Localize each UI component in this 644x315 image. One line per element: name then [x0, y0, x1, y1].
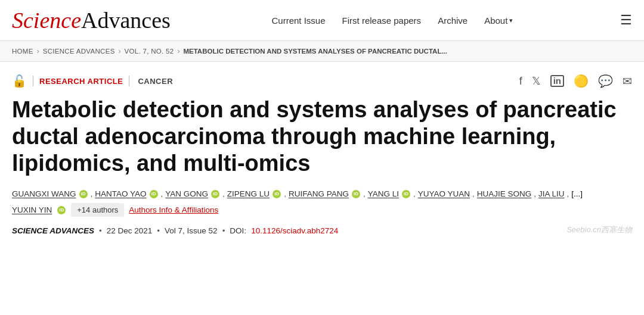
breadcrumb-volume[interactable]: VOL. 7, NO. 52	[125, 48, 174, 55]
site-logo[interactable]: Science Advances	[12, 7, 171, 33]
pub-volume-issue: Vol 7, Issue 52	[165, 226, 218, 235]
author-guangxi-wang[interactable]: GUANGXI WANG	[12, 189, 76, 198]
author-yuyao-yuan[interactable]: YUYAO YUAN	[418, 189, 470, 198]
breadcrumb-sep-3: ›	[177, 47, 179, 55]
divider	[33, 76, 33, 86]
nav-archive[interactable]: Archive	[438, 15, 467, 26]
article-category: CANCER	[138, 77, 173, 86]
wechat-icon[interactable]: 💬	[598, 74, 613, 88]
logo-advances-text: Advances	[81, 7, 171, 33]
pub-dot-3: •	[222, 226, 225, 235]
author-yan-gong[interactable]: YAN GONG	[165, 189, 208, 198]
pub-dot-2: •	[157, 226, 160, 235]
more-authors-button[interactable]: +14 authors	[71, 203, 124, 217]
pub-journal: SCIENCE ADVANCES	[12, 226, 94, 235]
author-zipeng-lu[interactable]: ZIPENG LU	[227, 189, 270, 198]
nav-about[interactable]: About ▾	[484, 15, 513, 26]
breadcrumb-journal[interactable]: SCIENCE ADVANCES	[43, 48, 115, 55]
article-meta-left: 🔓 RESEARCH ARTICLE CANCER	[12, 74, 173, 88]
main-nav: Current Issue First release papers Archi…	[272, 15, 513, 26]
breadcrumb-sep-1: ›	[37, 47, 39, 55]
orcid-icon-4[interactable]: iD	[273, 190, 281, 198]
linkedin-icon[interactable]: in	[550, 75, 564, 87]
logo-science-text: Science	[12, 7, 81, 33]
pub-doi-link[interactable]: 10.1126/sciadv.abh2724	[251, 226, 338, 235]
divider2	[129, 76, 129, 86]
article-type: RESEARCH ARTICLE	[39, 77, 123, 86]
orcid-icon-5[interactable]: iD	[352, 190, 360, 198]
breadcrumb-home[interactable]: HOME	[12, 48, 33, 55]
site-header: Science Advances Current Issue First rel…	[0, 0, 644, 41]
authors-ellipsis: [...]	[571, 189, 583, 198]
nav-current-issue[interactable]: Current Issue	[272, 15, 326, 26]
orcid-icon-2[interactable]: iD	[150, 190, 158, 198]
publication-info: SCIENCE ADVANCES • 22 Dec 2021 • Vol 7, …	[12, 226, 632, 235]
chevron-down-icon: ▾	[509, 17, 513, 24]
authors-line-1: GUANGXI WANG iD , HANTAO YAO iD , YAN GO…	[12, 189, 632, 198]
breadcrumb: HOME › SCIENCE ADVANCES › VOL. 7, NO. 52…	[0, 41, 644, 62]
orcid-icon-3[interactable]: iD	[211, 190, 219, 198]
social-icons-bar: f 𝕏 in 🟡 💬 ✉	[519, 74, 632, 88]
facebook-icon[interactable]: f	[519, 75, 522, 88]
author-huajie-song[interactable]: HUAJIE SONG	[477, 189, 532, 198]
header-right: ☰	[614, 13, 632, 28]
pub-dot-1: •	[99, 226, 102, 235]
authors-line-2: YUXIN YIN iD +14 authors Authors Info & …	[12, 203, 632, 217]
author-ruifang-pang[interactable]: RUIFANG PANG	[289, 189, 349, 198]
twitter-icon[interactable]: 𝕏	[532, 74, 541, 88]
article-meta-top: 🔓 RESEARCH ARTICLE CANCER f 𝕏 in 🟡 💬 ✉	[12, 74, 632, 88]
nav-first-release[interactable]: First release papers	[342, 15, 422, 26]
author-yuxin-yin[interactable]: YUXIN YIN	[12, 205, 52, 214]
article-content: 🔓 RESEARCH ARTICLE CANCER f 𝕏 in 🟡 💬 ✉ M…	[0, 62, 644, 241]
author-jia-liu[interactable]: JIA LIU	[538, 189, 565, 198]
pub-date: 22 Dec 2021	[107, 226, 153, 235]
breadcrumb-sep-2: ›	[119, 47, 121, 55]
open-access-icon[interactable]: 🔓	[12, 74, 27, 88]
breadcrumb-current-title: METABOLIC DETECTION AND SYSTEMS ANALYSES…	[183, 48, 447, 55]
reddit-icon[interactable]: 🟡	[574, 74, 589, 88]
pub-doi-label: DOI:	[230, 226, 246, 235]
orcid-icon-1[interactable]: iD	[79, 190, 88, 198]
article-title: Metabolic detection and systems analyses…	[12, 96, 632, 176]
author-yang-li[interactable]: YANG LI	[368, 189, 399, 198]
orcid-icon-6[interactable]: iD	[402, 190, 410, 198]
email-icon[interactable]: ✉	[623, 74, 632, 88]
hamburger-icon[interactable]: ☰	[620, 13, 632, 28]
author-hantao-yao[interactable]: HANTAO YAO	[95, 189, 146, 198]
orcid-icon-7[interactable]: iD	[57, 206, 66, 214]
authors-info-affiliations-link[interactable]: Authors Info & Affiliations	[129, 205, 218, 214]
